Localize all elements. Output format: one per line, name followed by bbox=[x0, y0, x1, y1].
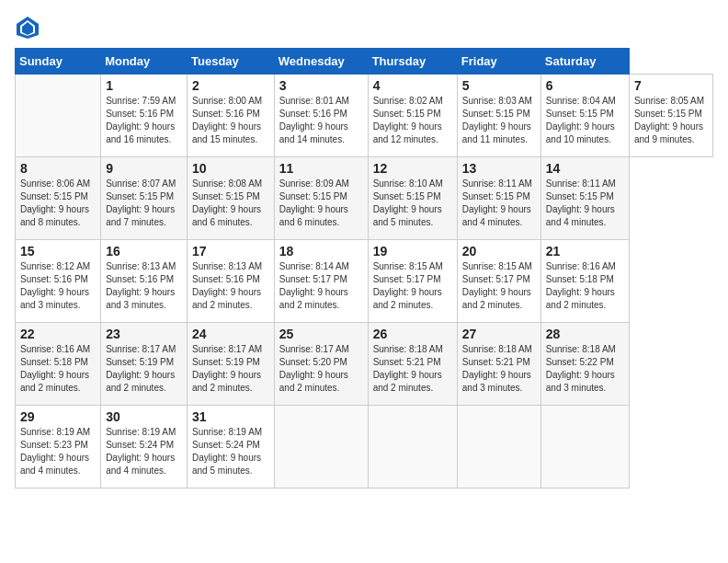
calendar-table: SundayMondayTuesdayWednesdayThursdayFrid… bbox=[15, 48, 713, 488]
day-header-saturday: Saturday bbox=[540, 49, 629, 75]
day-cell-8: 8Sunrise: 8:06 AM Sunset: 5:15 PM Daylig… bbox=[16, 157, 101, 240]
day-number: 31 bbox=[192, 409, 269, 424]
day-cell-17: 17Sunrise: 8:13 AM Sunset: 5:16 PM Dayli… bbox=[188, 240, 275, 323]
day-info: Sunrise: 8:15 AM Sunset: 5:17 PM Dayligh… bbox=[373, 260, 452, 312]
day-cell-16: 16Sunrise: 8:13 AM Sunset: 5:16 PM Dayli… bbox=[101, 240, 188, 323]
day-info: Sunrise: 8:19 AM Sunset: 5:23 PM Dayligh… bbox=[20, 426, 96, 477]
day-cell-24: 24Sunrise: 8:17 AM Sunset: 5:19 PM Dayli… bbox=[188, 323, 275, 406]
day-cell-4: 4Sunrise: 8:02 AM Sunset: 5:15 PM Daylig… bbox=[368, 75, 457, 157]
day-number: 18 bbox=[279, 244, 363, 259]
day-cell-25: 25Sunrise: 8:17 AM Sunset: 5:20 PM Dayli… bbox=[274, 323, 368, 406]
day-info: Sunrise: 8:06 AM Sunset: 5:15 PM Dayligh… bbox=[20, 178, 96, 229]
day-number: 22 bbox=[20, 327, 96, 341]
day-info: Sunrise: 8:17 AM Sunset: 5:19 PM Dayligh… bbox=[192, 343, 269, 395]
day-info: Sunrise: 8:10 AM Sunset: 5:15 PM Dayligh… bbox=[373, 178, 452, 229]
logo bbox=[15, 15, 42, 40]
day-cell-3: 3Sunrise: 8:01 AM Sunset: 5:16 PM Daylig… bbox=[274, 75, 368, 157]
day-header-monday: Monday bbox=[101, 49, 188, 75]
day-header-sunday: Sunday bbox=[16, 49, 101, 75]
day-number: 16 bbox=[106, 244, 182, 259]
empty-cell bbox=[16, 75, 101, 157]
day-cell-28: 28Sunrise: 8:18 AM Sunset: 5:22 PM Dayli… bbox=[540, 323, 629, 406]
day-cell-10: 10Sunrise: 8:08 AM Sunset: 5:15 PM Dayli… bbox=[188, 157, 275, 240]
day-number: 13 bbox=[462, 161, 536, 176]
day-number: 26 bbox=[373, 327, 452, 341]
day-header-friday: Friday bbox=[457, 49, 540, 75]
day-number: 4 bbox=[373, 78, 452, 93]
calendar-week-3: 22Sunrise: 8:16 AM Sunset: 5:18 PM Dayli… bbox=[16, 323, 713, 406]
day-info: Sunrise: 8:09 AM Sunset: 5:15 PM Dayligh… bbox=[279, 178, 363, 229]
day-header-thursday: Thursday bbox=[368, 49, 457, 75]
day-info: Sunrise: 8:08 AM Sunset: 5:15 PM Dayligh… bbox=[192, 178, 269, 229]
day-info: Sunrise: 8:18 AM Sunset: 5:22 PM Dayligh… bbox=[546, 343, 624, 395]
day-cell-9: 9Sunrise: 8:07 AM Sunset: 5:15 PM Daylig… bbox=[101, 157, 188, 240]
day-cell-20: 20Sunrise: 8:15 AM Sunset: 5:17 PM Dayli… bbox=[457, 240, 540, 323]
day-info: Sunrise: 8:04 AM Sunset: 5:15 PM Dayligh… bbox=[546, 95, 624, 146]
day-number: 23 bbox=[106, 327, 182, 341]
day-info: Sunrise: 8:16 AM Sunset: 5:18 PM Dayligh… bbox=[546, 260, 624, 312]
day-number: 7 bbox=[634, 78, 708, 93]
day-cell-2: 2Sunrise: 8:00 AM Sunset: 5:16 PM Daylig… bbox=[188, 75, 275, 157]
day-info: Sunrise: 8:00 AM Sunset: 5:16 PM Dayligh… bbox=[192, 95, 269, 146]
day-info: Sunrise: 8:07 AM Sunset: 5:15 PM Dayligh… bbox=[106, 178, 182, 229]
day-number: 19 bbox=[373, 244, 452, 259]
page-container: SundayMondayTuesdayWednesdayThursdayFrid… bbox=[0, 0, 728, 496]
day-info: Sunrise: 8:13 AM Sunset: 5:16 PM Dayligh… bbox=[192, 260, 269, 312]
day-info: Sunrise: 8:16 AM Sunset: 5:18 PM Dayligh… bbox=[20, 343, 96, 395]
day-number: 12 bbox=[373, 161, 452, 176]
day-number: 9 bbox=[106, 161, 182, 176]
day-number: 29 bbox=[20, 409, 96, 424]
calendar-body: 1Sunrise: 7:59 AM Sunset: 5:16 PM Daylig… bbox=[16, 75, 713, 488]
empty-cell bbox=[540, 406, 629, 488]
header bbox=[15, 15, 713, 40]
day-cell-26: 26Sunrise: 8:18 AM Sunset: 5:21 PM Dayli… bbox=[368, 323, 457, 406]
day-number: 20 bbox=[462, 244, 536, 259]
empty-cell bbox=[457, 406, 540, 488]
day-cell-29: 29Sunrise: 8:19 AM Sunset: 5:23 PM Dayli… bbox=[16, 406, 101, 488]
header-row: SundayMondayTuesdayWednesdayThursdayFrid… bbox=[16, 49, 713, 75]
day-number: 1 bbox=[106, 78, 182, 93]
day-cell-23: 23Sunrise: 8:17 AM Sunset: 5:19 PM Dayli… bbox=[101, 323, 188, 406]
day-cell-22: 22Sunrise: 8:16 AM Sunset: 5:18 PM Dayli… bbox=[16, 323, 101, 406]
day-number: 17 bbox=[192, 244, 269, 259]
day-number: 27 bbox=[462, 327, 536, 341]
calendar-week-0: 1Sunrise: 7:59 AM Sunset: 5:16 PM Daylig… bbox=[16, 75, 713, 157]
day-cell-21: 21Sunrise: 8:16 AM Sunset: 5:18 PM Dayli… bbox=[540, 240, 629, 323]
day-info: Sunrise: 8:03 AM Sunset: 5:15 PM Dayligh… bbox=[462, 95, 536, 146]
day-number: 2 bbox=[192, 78, 269, 93]
day-info: Sunrise: 8:19 AM Sunset: 5:24 PM Dayligh… bbox=[106, 426, 182, 477]
day-info: Sunrise: 8:19 AM Sunset: 5:24 PM Dayligh… bbox=[192, 426, 269, 477]
day-info: Sunrise: 8:11 AM Sunset: 5:15 PM Dayligh… bbox=[462, 178, 536, 229]
day-info: Sunrise: 8:11 AM Sunset: 5:15 PM Dayligh… bbox=[546, 178, 624, 229]
day-number: 11 bbox=[279, 161, 363, 176]
day-number: 25 bbox=[279, 327, 363, 341]
logo-icon bbox=[15, 15, 40, 40]
day-cell-7: 7Sunrise: 8:05 AM Sunset: 5:15 PM Daylig… bbox=[629, 75, 712, 157]
day-info: Sunrise: 8:12 AM Sunset: 5:16 PM Dayligh… bbox=[20, 260, 96, 312]
day-number: 5 bbox=[462, 78, 536, 93]
day-header-tuesday: Tuesday bbox=[188, 49, 275, 75]
day-number: 6 bbox=[546, 78, 624, 93]
day-cell-6: 6Sunrise: 8:04 AM Sunset: 5:15 PM Daylig… bbox=[540, 75, 629, 157]
day-cell-19: 19Sunrise: 8:15 AM Sunset: 5:17 PM Dayli… bbox=[368, 240, 457, 323]
day-cell-13: 13Sunrise: 8:11 AM Sunset: 5:15 PM Dayli… bbox=[457, 157, 540, 240]
day-cell-31: 31Sunrise: 8:19 AM Sunset: 5:24 PM Dayli… bbox=[188, 406, 275, 488]
day-number: 8 bbox=[20, 161, 96, 176]
calendar-week-2: 15Sunrise: 8:12 AM Sunset: 5:16 PM Dayli… bbox=[16, 240, 713, 323]
day-cell-1: 1Sunrise: 7:59 AM Sunset: 5:16 PM Daylig… bbox=[101, 75, 188, 157]
day-info: Sunrise: 8:13 AM Sunset: 5:16 PM Dayligh… bbox=[106, 260, 182, 312]
empty-cell bbox=[368, 406, 457, 488]
calendar-week-4: 29Sunrise: 8:19 AM Sunset: 5:23 PM Dayli… bbox=[16, 406, 713, 488]
day-info: Sunrise: 8:05 AM Sunset: 5:15 PM Dayligh… bbox=[634, 95, 708, 146]
empty-cell bbox=[274, 406, 368, 488]
day-number: 14 bbox=[546, 161, 624, 176]
day-info: Sunrise: 8:17 AM Sunset: 5:20 PM Dayligh… bbox=[279, 343, 363, 395]
day-info: Sunrise: 8:15 AM Sunset: 5:17 PM Dayligh… bbox=[462, 260, 536, 312]
calendar-header: SundayMondayTuesdayWednesdayThursdayFrid… bbox=[16, 49, 713, 75]
day-cell-30: 30Sunrise: 8:19 AM Sunset: 5:24 PM Dayli… bbox=[101, 406, 188, 488]
day-info: Sunrise: 8:18 AM Sunset: 5:21 PM Dayligh… bbox=[462, 343, 536, 395]
day-number: 24 bbox=[192, 327, 269, 341]
day-info: Sunrise: 8:01 AM Sunset: 5:16 PM Dayligh… bbox=[279, 95, 363, 146]
day-info: Sunrise: 8:14 AM Sunset: 5:17 PM Dayligh… bbox=[279, 260, 363, 312]
day-cell-14: 14Sunrise: 8:11 AM Sunset: 5:15 PM Dayli… bbox=[540, 157, 629, 240]
